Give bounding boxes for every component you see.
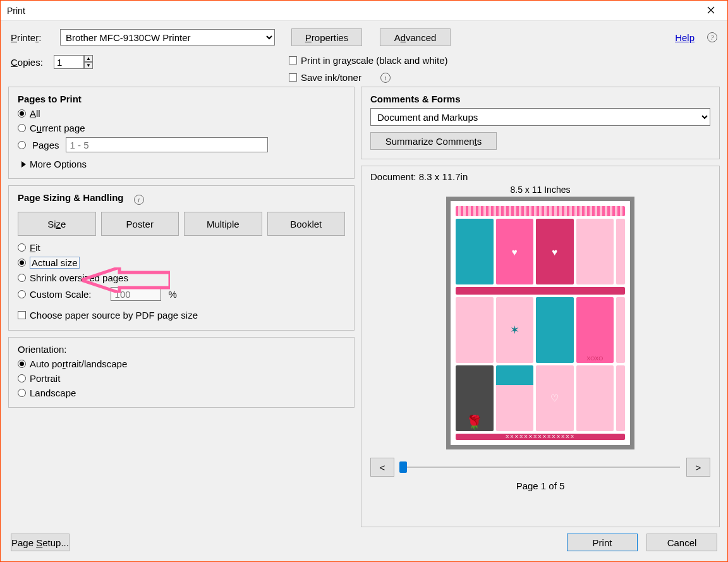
info-icon[interactable]: i	[134, 195, 144, 205]
print-button[interactable]: Print	[567, 534, 638, 551]
orientation-group: Orientation: Auto portrait/landscape Por…	[8, 337, 355, 408]
help-info-icon[interactable]: ?	[707, 32, 717, 42]
footer: Page Setup... Print Cancel	[1, 527, 727, 561]
tab-booklet[interactable]: Booklet	[267, 212, 346, 236]
summarize-comments-button[interactable]: Summarize Comments	[370, 132, 497, 150]
close-icon[interactable]	[701, 5, 721, 16]
comments-group: Comments & Forms Document and Markups Su…	[361, 87, 720, 159]
radio-icon	[18, 141, 26, 149]
custom-scale-input[interactable]	[111, 287, 161, 301]
radio-all[interactable]: All	[18, 108, 345, 119]
tab-multiple[interactable]: Multiple	[184, 212, 262, 236]
copies-label: Copies:	[11, 57, 50, 68]
copies-stepper[interactable]: ▲ ▼	[54, 55, 93, 69]
window-title: Print	[7, 6, 701, 16]
radio-landscape[interactable]: Landscape	[18, 388, 345, 398]
page-indicator: Page 1 of 5	[370, 480, 710, 491]
cancel-button[interactable]: Cancel	[646, 534, 717, 551]
radio-portrait[interactable]: Portrait	[18, 373, 345, 384]
checkbox-icon	[289, 73, 297, 82]
info-icon[interactable]: i	[380, 73, 391, 83]
copies-down-icon[interactable]: ▼	[84, 62, 93, 69]
radio-icon	[18, 290, 26, 298]
radio-icon	[18, 374, 26, 382]
copies-up-icon[interactable]: ▲	[84, 55, 93, 62]
main-area: Pages to Print All Current page Pages	[1, 87, 727, 527]
radio-icon	[18, 274, 26, 282]
preview-page: ♥ ♥	[447, 197, 634, 449]
more-options-expand[interactable]: More Options	[21, 159, 345, 169]
top-settings: Printer: Brother MFC-9130CW Printer Prop…	[1, 21, 727, 87]
radio-icon	[18, 389, 26, 397]
radio-icon	[18, 109, 26, 118]
preview-thumbnail: ♥ ♥	[456, 206, 625, 440]
page-setup-button[interactable]: Page Setup...	[11, 534, 70, 551]
copies-input[interactable]	[54, 55, 84, 69]
radio-pages[interactable]: Pages	[18, 137, 345, 152]
prev-page-button[interactable]: <	[370, 458, 394, 477]
comments-title: Comments & Forms	[370, 94, 710, 104]
radio-current[interactable]: Current page	[18, 123, 345, 133]
advanced-button[interactable]: Advanced	[380, 28, 451, 46]
radio-fit[interactable]: Fit	[18, 242, 345, 253]
pages-to-print-group: Pages to Print All Current page Pages	[8, 87, 355, 179]
properties-button[interactable]: Properties	[291, 28, 362, 46]
orientation-title: Orientation:	[18, 344, 345, 355]
sizing-title: Page Sizing & Handling	[18, 192, 124, 203]
radio-custom-scale[interactable]: Custom Scale: %	[18, 287, 345, 301]
print-dialog: Print Printer: Brother MFC-9130CW Printe…	[0, 0, 728, 562]
save-ink-checkbox[interactable]: Save ink/toner i	[289, 72, 448, 83]
preview-panel: Document: 8.3 x 11.7in 8.5 x 11 Inches	[361, 166, 720, 527]
next-page-button[interactable]: >	[686, 458, 710, 477]
radio-icon	[18, 360, 26, 368]
slider-thumb-icon[interactable]	[399, 461, 407, 473]
paper-size-label: 8.5 x 11 Inches	[370, 185, 710, 195]
checkbox-icon	[289, 56, 297, 64]
pages-range-input[interactable]	[66, 137, 268, 152]
zoom-slider[interactable]	[401, 467, 680, 468]
help-link[interactable]: Help	[675, 32, 695, 43]
radio-icon	[18, 124, 26, 132]
printer-label: Printer:	[11, 32, 50, 43]
paper-source-checkbox[interactable]: Choose paper source by PDF page size	[18, 310, 198, 321]
expand-icon	[21, 161, 26, 168]
sizing-group: Page Sizing & Handling i Size Poster Mul…	[8, 185, 355, 331]
grayscale-checkbox[interactable]: Print in grayscale (black and white)	[289, 55, 448, 66]
pages-title: Pages to Print	[18, 94, 345, 104]
radio-actual-size[interactable]: Actual size	[18, 257, 345, 269]
tab-size[interactable]: Size	[18, 212, 96, 236]
tab-poster[interactable]: Poster	[101, 212, 179, 236]
radio-icon	[18, 243, 26, 252]
comments-select[interactable]: Document and Markups	[370, 108, 710, 126]
printer-select[interactable]: Brother MFC-9130CW Printer	[60, 29, 275, 46]
radio-auto-orient[interactable]: Auto portrait/landscape	[18, 358, 345, 369]
radio-icon	[18, 259, 26, 267]
document-size-label: Document: 8.3 x 11.7in	[370, 171, 710, 182]
titlebar: Print	[1, 1, 727, 21]
checkbox-icon	[18, 311, 26, 319]
radio-shrink[interactable]: Shrink oversized pages	[18, 272, 345, 283]
